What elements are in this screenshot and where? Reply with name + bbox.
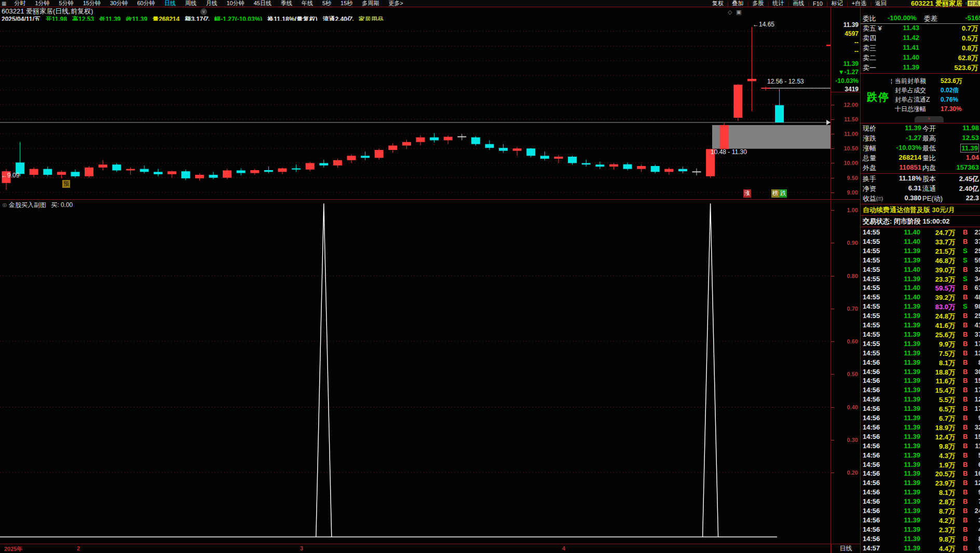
tick-trade-row[interactable]: 14:5611.394.3万B5 (861, 451, 980, 461)
toolbar-item-F10[interactable]: F10 (809, 1, 826, 7)
tick-trade-row[interactable]: 14:5611.395.5万B12 (861, 395, 980, 405)
tick-time: 14:56 (863, 479, 880, 487)
tick-trade-row[interactable]: 14:5611.398.7万B24 (861, 507, 980, 516)
collapse-button[interactable]: ˅ (915, 116, 944, 122)
toolbar-item-+自选[interactable]: +自选 (848, 0, 870, 7)
tick-trade-row[interactable]: 14:5511.3921.5万S25 (861, 247, 980, 256)
tick-count: 41 (975, 321, 980, 329)
tick-trade-row[interactable]: 14:5611.3911.6万B15 (861, 377, 980, 386)
limit-down-marker-badge[interactable]: 跌 (779, 189, 787, 198)
tick-direction: B (963, 330, 968, 338)
tick-trade-row[interactable]: 14:5611.3912.4万B15 (861, 433, 980, 442)
menu-item-30分钟[interactable]: 30分钟 (105, 0, 132, 6)
tick-trade-row[interactable]: 14:5611.398.1万B8 (861, 358, 980, 368)
candle-body (140, 169, 149, 172)
tick-trade-row[interactable]: 14:5611.391.9万B6 (861, 461, 980, 470)
tick-trade-row[interactable]: 14:5611.394.2万B3 (861, 516, 980, 526)
tick-trade-row[interactable]: 14:5511.4059.5万B61 (861, 284, 980, 293)
tick-trade-row[interactable]: 14:5511.4039.2万B48 (861, 293, 980, 302)
candlestick-chart[interactable] (0, 21, 831, 200)
menu-item-多周期[interactable]: 多周期 (357, 0, 384, 6)
promo-banner[interactable]: 自动续费通达信普及版 30元/月 (861, 205, 980, 215)
tick-trade-row[interactable]: 14:5511.3925.6万B37 (861, 330, 980, 340)
candle-body (747, 79, 756, 81)
menu-item-分时[interactable]: 分时 (9, 0, 30, 6)
period-indicator[interactable]: 日线 (831, 544, 861, 553)
toolbar-item-返回[interactable]: 返回 (872, 0, 890, 7)
diamond-icon[interactable]: ◇ (728, 9, 732, 16)
tick-direction: B (963, 414, 968, 422)
ask-row-1[interactable]: 卖一11.39523.6万 (861, 63, 980, 73)
tick-trade-row[interactable]: 14:5511.4033.7万B37 (861, 238, 980, 247)
tick-trade-row[interactable]: 14:5611.3920.5万B16 (861, 469, 980, 479)
ask-label: 卖五 ¥ (863, 24, 882, 33)
tick-trade-row[interactable]: 14:5611.399.8万B11 (861, 442, 980, 451)
menu-item-60分钟[interactable]: 60分钟 (132, 0, 159, 6)
tick-trade-row[interactable]: 14:5611.398.1万B9 (861, 488, 980, 497)
panel-row: 涨跌-1.27最高12.53 (861, 134, 980, 144)
menu-item-日线[interactable]: 日线 (159, 0, 180, 6)
tick-trade-row[interactable]: 14:5511.4024.7万B23 (861, 228, 980, 238)
menu-item-45日线[interactable]: 45日线 (249, 0, 276, 6)
menu-item-5秒[interactable]: 5秒 (318, 0, 336, 6)
tick-trade-row[interactable]: 14:5511.3923.3万S34 (861, 275, 980, 284)
ask-row-3[interactable]: 卖三11.410.8万 (861, 44, 980, 53)
limit-up-marker-badge[interactable]: 涨 (743, 189, 751, 198)
panel-row: 外盘110851内盘157363 (861, 163, 980, 173)
tick-count: 59 (975, 256, 980, 264)
window-icon[interactable]: ▦ (0, 1, 9, 6)
pane-selector-icon[interactable]: ⊙ (2, 201, 7, 209)
limit-info-row: 封单占流通Z0.76% (895, 95, 980, 104)
tick-trade-row[interactable]: 14:5611.3915.4万B17 (861, 386, 980, 395)
tick-trade-row[interactable]: 14:5511.399.9万B17 (861, 340, 980, 349)
limit-info-value: 0.02倍 (941, 87, 959, 94)
menu-item-年线[interactable]: 年线 (297, 0, 318, 6)
ask-row-5[interactable]: 卖五 ¥11.430.7万 (861, 24, 980, 34)
tick-trade-row[interactable]: 14:5611.399.8万B8 (861, 535, 980, 544)
toolbar-item-统计[interactable]: 统计 (769, 0, 787, 7)
tick-trade-row[interactable]: 14:5611.3923.9万B12 (861, 479, 980, 488)
ask-row-2[interactable]: 卖二11.4062.8万 (861, 53, 980, 63)
panel-toggle-icon[interactable]: ▣ (736, 9, 741, 16)
info-segment: 低11.39 (99, 16, 120, 21)
tick-trade-row[interactable]: 14:5611.3918.8万B30 (861, 368, 980, 377)
menu-item-15分钟[interactable]: 15分钟 (78, 0, 105, 6)
menu-item-10分钟[interactable]: 10分钟 (222, 0, 249, 6)
panel-row: 换手11.18%股本2.45亿 (861, 174, 980, 184)
menu-item-更多>[interactable]: 更多> (384, 0, 407, 6)
menu-item-月线[interactable]: 月线 (201, 0, 222, 6)
menu-item-周线[interactable]: 周线 (180, 0, 201, 6)
tick-trade-row[interactable]: 14:5611.3918.9万B32 (861, 423, 980, 433)
tick-trade-row[interactable]: 14:5611.392.8万B7 (861, 497, 980, 507)
tick-trade-row[interactable]: 14:5511.3941.6万B41 (861, 321, 980, 330)
toolbar-item-复权[interactable]: 复权 (709, 0, 727, 7)
candle-body (637, 166, 646, 169)
menu-item-15秒[interactable]: 15秒 (336, 0, 357, 6)
menu-item-季线[interactable]: 季线 (276, 0, 297, 6)
ask-row-4[interactable]: 卖四11.420.5万 (861, 34, 980, 44)
tick-trade-row[interactable]: 14:5711.394.4万B9 (861, 544, 980, 553)
tick-trade-row[interactable]: 14:5611.392.3万B4 (861, 526, 980, 535)
menu-item-5分钟[interactable]: 5分钟 (55, 0, 78, 6)
indicator-chart[interactable] (0, 200, 831, 544)
indicator-label[interactable]: ⊙ 金股买入副图 买: 0.00 (2, 201, 73, 210)
tick-trade-row[interactable]: 14:5511.4039.0万B32 (861, 266, 980, 275)
price-line-marker (826, 120, 831, 125)
tick-count: 32 (975, 266, 980, 273)
tick-trade-row[interactable]: 14:5611.396.5万B17 (861, 405, 980, 414)
tick-trade-row[interactable]: 14:5511.3983.0万S98 (861, 302, 980, 312)
tick-volume: 18.9万 (935, 423, 955, 433)
forecast-badge[interactable]: 预 (62, 180, 70, 188)
tick-time: 14:57 (863, 544, 880, 552)
toolbar-item-多股[interactable]: 多股 (748, 0, 767, 7)
ask-volume: 0.8万 (962, 44, 978, 53)
menu-item-1分钟[interactable]: 1分钟 (30, 0, 54, 6)
tick-trade-row[interactable]: 14:5611.396.7万B9 (861, 414, 980, 423)
toolbar-item-画线[interactable]: 画线 (789, 0, 808, 7)
tick-trade-row[interactable]: 14:5511.3946.8万S59 (861, 256, 980, 266)
tick-trade-row[interactable]: 14:5511.3924.8万B25 (861, 312, 980, 321)
toolbar-item-叠加[interactable]: 叠加 (729, 0, 747, 7)
toolbar-item-标记[interactable]: 标记 (828, 0, 847, 7)
tick-trade-row[interactable]: 14:5511.397.5万B13 (861, 349, 980, 358)
rank-marker-badge[interactable]: 榜 (771, 189, 779, 198)
